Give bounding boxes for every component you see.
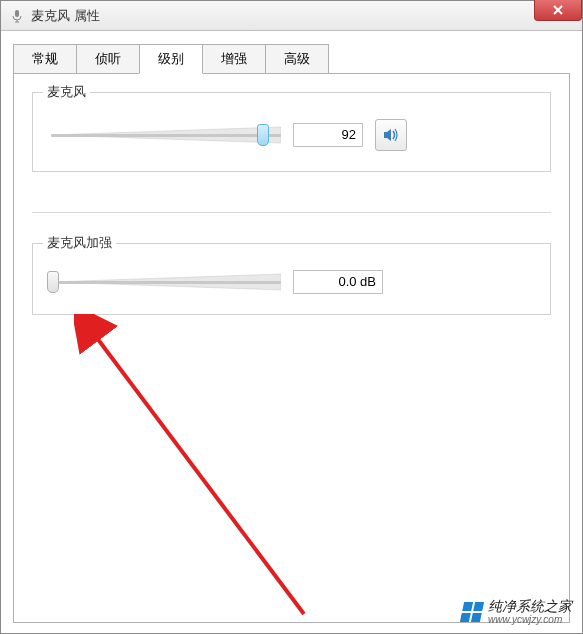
svg-marker-6 [384,129,391,141]
mic-boost-value[interactable]: 0.0 dB [293,270,383,294]
properties-window: 麦克风 属性 常规 侦听 级别 增强 高级 麦克风 [0,0,583,634]
tab-listen[interactable]: 侦听 [76,44,140,74]
close-icon [552,4,564,16]
mic-boost-slider[interactable] [51,272,281,292]
microphone-slider[interactable] [51,125,281,145]
microphone-group: 麦克风 92 [32,92,551,172]
watermark-url: www.ycwjzy.com [488,614,572,625]
svg-rect-0 [15,10,19,17]
speaker-icon [382,126,400,144]
watermark-logo-icon [460,602,484,622]
microphone-icon [9,8,25,24]
window-title: 麦克风 属性 [31,7,100,25]
annotation-arrow [74,314,334,634]
microphone-slider-thumb[interactable] [257,124,269,146]
tab-strip: 常规 侦听 级别 增强 高级 [13,43,582,73]
tab-general[interactable]: 常规 [13,44,77,74]
tab-enhance[interactable]: 增强 [202,44,266,74]
svg-line-9 [94,334,304,614]
mic-boost-slider-thumb[interactable] [47,271,59,293]
mic-boost-group-label: 麦克风加强 [43,234,116,252]
microphone-mute-button[interactable] [375,119,407,151]
microphone-slider-row: 92 [47,119,536,151]
tab-content-levels: 麦克风 92 [13,73,570,623]
tab-levels[interactable]: 级别 [139,44,203,74]
watermark: 纯净系统之家 www.ycwjzy.com [462,598,572,625]
mic-boost-slider-row: 0.0 dB [47,270,536,294]
separator [32,212,551,213]
tab-advanced[interactable]: 高级 [265,44,329,74]
mic-boost-group: 麦克风加强 0.0 dB [32,243,551,315]
close-button[interactable] [534,0,582,21]
microphone-group-label: 麦克风 [43,83,90,101]
titlebar: 麦克风 属性 [1,1,582,31]
microphone-value[interactable]: 92 [293,123,363,147]
